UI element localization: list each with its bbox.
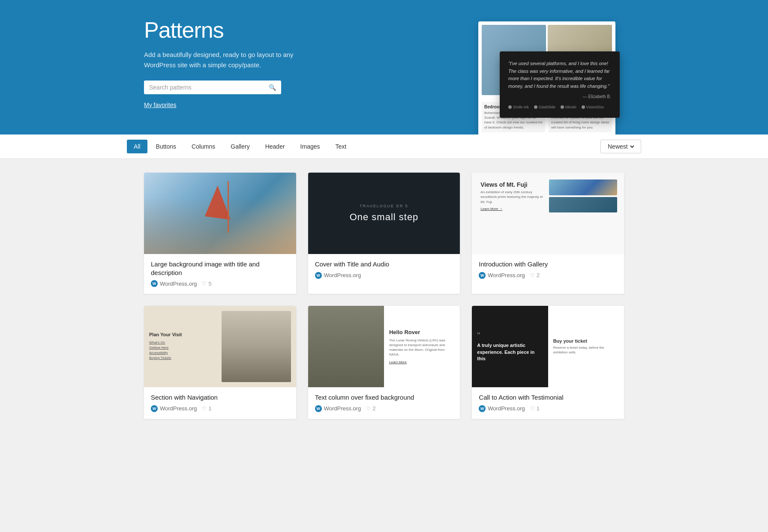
hero-preview: Bedroom Bohemian, mid-century, baroque o… [341,17,624,133]
pattern-info-2: Cover with Title and Audio W WordPress.o… [308,254,460,286]
pattern-source-2: W WordPress.org [315,272,361,279]
pattern-info-3: Introduction with Gallery W WordPress.or… [472,254,624,286]
cta-title: Buy your ticket [553,338,619,344]
pattern-info-6: Call to Action with Testimonial W WordPr… [472,387,624,419]
hero-section: Patterns Add a beautifully designed, rea… [0,0,768,134]
heart-count-4[interactable]: ♡ 1 [202,405,211,412]
tab-buttons[interactable]: Buttons [149,140,183,153]
wp-icon-2: W [315,272,322,279]
rover-link[interactable]: Learn More [389,360,455,364]
plan-link-2: Getting Here [149,346,218,350]
gallery-desc: An exhibition of early 20th century wood… [480,190,545,204]
pattern-source-6: W WordPress.org [479,405,525,412]
cta-right-block: Buy your ticket Reserve a ticket today, … [548,306,624,387]
tab-text[interactable]: Text [329,140,354,153]
wp-icon-4: W [151,405,158,412]
heart-icon-6: ♡ [530,406,535,412]
logo-visiondisc: VisionDisc [582,105,604,109]
plan-links: What's On Getting Here Accessibility Buy… [149,341,218,361]
pattern-title-5: Text column over fixed background [315,393,453,402]
gallery-images [549,179,617,212]
pattern-card-4[interactable]: Plan Your Visit What's On Getting Here A… [144,306,296,419]
sort-select[interactable]: Newest Oldest Popular [606,143,636,150]
tab-gallery[interactable]: Gallery [224,140,256,153]
tab-all[interactable]: All [127,140,147,153]
pattern-title-2: Cover with Title and Audio [315,260,453,269]
rover-desc: The Lunar Roving Vehicle (LRV) was desig… [389,338,455,357]
thumbnail-rover: Hello Rover The Lunar Roving Vehicle (LR… [308,306,460,387]
hero-description: Add a beautifully designed, ready to go … [144,50,307,70]
gallery-text-block: Views of Mt. Fuji An exhibition of early… [479,179,547,212]
testimonial-quote: "I've used several platforms, and I love… [508,60,611,90]
patterns-grid: Large background image with title and de… [144,173,624,419]
logo-minski: Minski [561,105,576,109]
pattern-meta-3: W WordPress.org ♡ 2 [479,272,617,279]
pattern-meta-2: W WordPress.org [315,272,453,279]
heart-count-6[interactable]: ♡ 1 [530,405,540,412]
heart-icon-5: ♡ [366,406,371,412]
cta-desc: Reserve a ticket today, before the exhib… [553,345,619,355]
testimonial-author: — Elizabeth B. [508,94,611,99]
sort-dropdown[interactable]: Newest Oldest Popular [600,140,641,153]
heart-count-1[interactable]: ♡ 5 [202,281,211,287]
rover-image [308,306,384,387]
pattern-info-5: Text column over fixed background W Word… [308,387,460,419]
pattern-source-1: W WordPress.org [151,280,197,287]
tab-images[interactable]: Images [294,140,327,153]
thumbnail-cta: " A truly unique artistic experience. Ea… [472,306,624,387]
hero-text-block: Patterns Add a beautifully designed, rea… [144,17,324,134]
fuji-image-2 [549,197,617,213]
plan-title: Plan Your Visit [149,332,218,337]
plan-link-4: Buying Tickets [149,356,218,360]
search-input[interactable] [149,84,269,91]
main-content: Large background image with title and de… [127,173,641,419]
tab-header[interactable]: Header [258,140,292,153]
pattern-card-6[interactable]: " A truly unique artistic experience. Ea… [472,306,624,419]
cta-quote-text: A truly unique artistic experience. Each… [477,342,543,362]
heart-icon-1: ♡ [202,281,207,287]
filter-bar: All Buttons Columns Gallery Header Image… [0,134,768,159]
cta-left-block: " A truly unique artistic experience. Ea… [472,306,548,387]
gallery-link[interactable]: Learn More → [480,207,545,211]
thumbnail-sailing [144,173,296,254]
pattern-meta-4: W WordPress.org ♡ 1 [151,405,289,412]
rover-title: Hello Rover [389,329,455,335]
plan-link-1: What's On [149,341,218,344]
one-small-step-title: One small step [350,212,419,223]
pattern-meta-6: W WordPress.org ♡ 1 [479,405,617,412]
testimonial-card: "I've used several platforms, and I love… [500,51,620,118]
rover-text-block: Hello Rover The Lunar Roving Vehicle (LR… [384,306,460,387]
my-favorites-link[interactable]: My favorites [144,102,176,108]
gallery-title: Views of Mt. Fuji [480,181,545,188]
wp-icon-1: W [151,280,158,287]
heart-count-3[interactable]: ♡ 2 [530,272,540,278]
pattern-card-5[interactable]: Hello Rover The Lunar Roving Vehicle (LR… [308,306,460,419]
logo-smileink: Smile Ink [508,105,529,109]
pattern-title-6: Call to Action with Testimonial [479,393,617,402]
heart-count-5[interactable]: ♡ 2 [366,405,375,412]
pattern-source-3: W WordPress.org [479,272,525,279]
pattern-title-3: Introduction with Gallery [479,260,617,269]
pattern-card-1[interactable]: Large background image with title and de… [144,173,296,294]
pattern-title-4: Section with Navigation [151,393,289,402]
pattern-card-3[interactable]: Views of Mt. Fuji An exhibition of early… [472,173,624,294]
pattern-info-4: Section with Navigation W WordPress.org … [144,387,296,419]
wp-icon-6: W [479,405,486,412]
plan-bg-image [222,311,291,382]
pattern-title-1: Large background image with title and de… [151,260,289,277]
cta-quote-mark: " [477,331,543,341]
search-icon: 🔍 [269,84,276,91]
plan-link-3: Accessibility [149,351,218,355]
plan-left: Plan Your Visit What's On Getting Here A… [149,311,218,382]
thumbnail-gallery: Views of Mt. Fuji An exhibition of early… [472,173,624,254]
search-box[interactable]: 🔍 [144,81,281,94]
fuji-image-1 [549,179,617,195]
thumbnail-plan: Plan Your Visit What's On Getting Here A… [144,306,296,387]
tab-columns[interactable]: Columns [185,140,222,153]
pattern-meta-1: W WordPress.org ♡ 5 [151,280,289,287]
pattern-card-2[interactable]: TRAVELOGUE ER 5 One small step Cover wit… [308,173,460,294]
wp-icon-3: W [479,272,486,279]
pattern-meta-5: W WordPress.org ♡ 2 [315,405,453,412]
thumbnail-dark: TRAVELOGUE ER 5 One small step [308,173,460,254]
travelogue-subtitle: TRAVELOGUE ER 5 [360,204,408,208]
